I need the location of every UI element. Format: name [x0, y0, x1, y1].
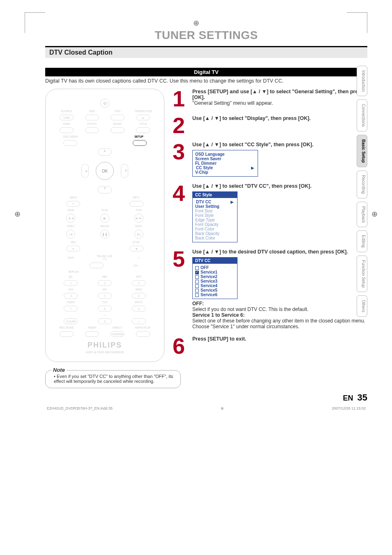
- side-tab-others: Others: [357, 295, 367, 317]
- sub-heading-bar: Digital TV: [45, 68, 367, 76]
- registration-mark-top: ⊕: [193, 18, 199, 28]
- step-1-bold: Press [SETUP] and use [▲ / ▼] to select …: [192, 89, 364, 100]
- osd-display-menu: OSD Language Screen Saver FL Dimmer CC S…: [192, 150, 258, 177]
- ok-dpad: ▲ ▼ ◄ ► OK: [78, 148, 131, 193]
- crop-mark: [347, 12, 367, 33]
- ok-button: OK: [96, 162, 114, 180]
- arrow-right-button: ►: [121, 164, 128, 178]
- step-5-bold: Use [▲ / ▼] to the desired DTV closed ca…: [192, 249, 348, 255]
- page-number: EN35: [343, 392, 368, 403]
- side-tabs: Introduction Connections Basic Setup Rec…: [357, 66, 367, 317]
- arrow-down-button: ▼: [98, 186, 112, 193]
- footer-timestamp: 2007/12/28 11:15:02: [332, 406, 366, 410]
- step-number-4: 4: [173, 183, 189, 242]
- crop-mark: [25, 12, 45, 33]
- registration-mark-right: ⊕: [371, 210, 378, 219]
- note-item: Even if you set "DTV CC" to anything oth…: [54, 374, 175, 384]
- off-label: OFF:: [192, 301, 204, 306]
- side-tab-function-setup: Function Setup: [357, 256, 367, 292]
- page-title: TUNER SETTINGS: [45, 29, 367, 42]
- step-number-2: 2: [173, 115, 189, 136]
- step-number-3: 3: [173, 142, 189, 177]
- step-1-text: "General Setting" menu will appear.: [192, 100, 273, 106]
- service-text: Select one of these before changing any …: [192, 318, 365, 329]
- footer-meta: E2H42UD_DVDR3576H-37_EN.indd 35 ⊕ 2007/1…: [45, 406, 367, 410]
- registration-mark-left: ⊕: [14, 210, 21, 219]
- side-tab-basic-setup: Basic Setup: [357, 135, 367, 167]
- side-tab-introduction: Introduction: [357, 66, 367, 96]
- footer-file: E2H42UD_DVDR3576H-37_EN.indd 35: [47, 406, 113, 410]
- step-number-5: 5: [173, 249, 189, 329]
- step-number-6: 6: [173, 336, 189, 356]
- side-tab-playback: Playback: [357, 202, 367, 228]
- arrow-left-button: ◄: [81, 164, 89, 178]
- step-3-bold: Use [▲ / ▼] to select "CC Style", then p…: [192, 142, 314, 147]
- setup-label: SETUP: [131, 135, 147, 138]
- step-number-1: 1: [173, 89, 189, 109]
- step-6-bold: Press [SETUP] to exit.: [192, 336, 246, 342]
- brand-subtitle: HDD & DVD RECORDER: [54, 350, 156, 354]
- arrow-up-button: ▲: [98, 148, 112, 156]
- intro-paragraph: Digital TV has its own closed captions c…: [45, 78, 367, 84]
- note-title: Note: [51, 367, 67, 373]
- side-tab-connections: Connections: [357, 99, 367, 131]
- note-box: Note Even if you set "DTV CC" to anythin…: [45, 370, 181, 388]
- remote-control-diagram: ⏻ SOURCE HDD DVD OPEN/CLOSE USB▲ HDMI DT…: [45, 89, 164, 362]
- triangle-right-icon: [251, 166, 254, 170]
- brand-logo: PHILIPS: [54, 341, 156, 350]
- off-text: Select if you do not want DTV CC. This i…: [192, 306, 309, 312]
- side-tab-editing: Editing: [357, 230, 367, 252]
- side-tab-recording: Recording: [357, 170, 367, 198]
- triangle-right-icon: [231, 200, 234, 204]
- osd-ccstyle-menu: CC Style DTV CC User Setting Font Size F…: [192, 191, 238, 242]
- service-label: Service 1 to Service 6:: [192, 312, 244, 318]
- step-2-bold: Use [▲ / ▼] to select "Display", then pr…: [192, 115, 311, 121]
- section-header: DTV Closed Caption: [45, 46, 367, 58]
- step-4-bold: Use [▲ / ▼] to select "DTV CC", then pre…: [192, 183, 311, 189]
- osd-dtvcc-menu: DTV CC OFF Service1 Service2 Service3 Se…: [192, 257, 238, 299]
